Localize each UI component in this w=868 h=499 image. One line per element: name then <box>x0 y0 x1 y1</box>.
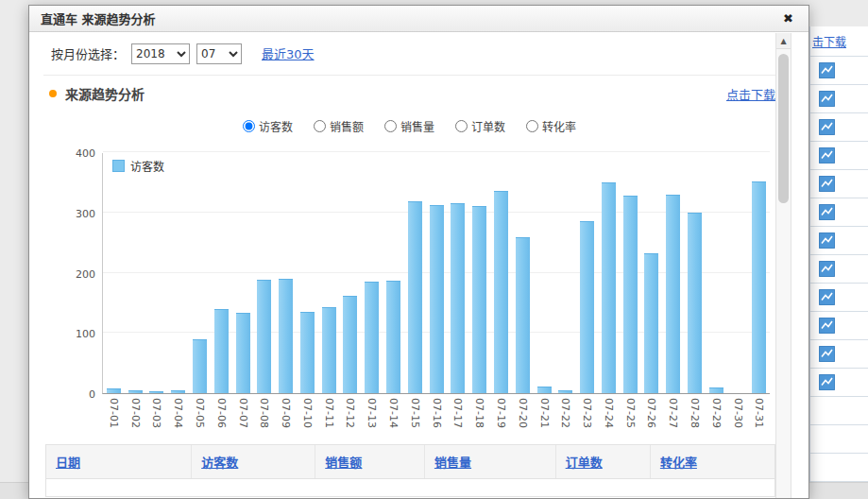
bar-07-10[interactable] <box>300 312 315 393</box>
chart-legend: 访客数 <box>112 158 164 174</box>
line-chart-icon[interactable] <box>819 346 835 362</box>
recent-30-days-link[interactable]: 最近30天 <box>262 44 315 62</box>
bar-07-20[interactable] <box>516 237 530 393</box>
line-chart-icon[interactable] <box>819 176 835 192</box>
line-chart-icon[interactable] <box>819 289 835 305</box>
table-header-row: 日期访客数销售额销售量订单数转化率 <box>46 445 774 479</box>
line-chart-icon[interactable] <box>819 91 835 107</box>
bar-07-21[interactable] <box>537 387 552 393</box>
bar-07-29[interactable] <box>709 387 723 393</box>
bar-slot: 07-08 <box>253 153 275 393</box>
metric-radio-label: 订单数 <box>471 118 505 134</box>
line-chart-icon[interactable] <box>819 232 835 249</box>
bar-07-09[interactable] <box>279 279 293 393</box>
bar-07-28[interactable] <box>688 213 702 393</box>
bar-07-19[interactable] <box>494 191 508 393</box>
background-table-row <box>810 425 868 454</box>
bar-07-05[interactable] <box>193 339 207 393</box>
x-axis-label: 07-05 <box>194 398 206 428</box>
bar-07-17[interactable] <box>451 203 465 393</box>
scrollbar-thumb[interactable] <box>778 54 789 203</box>
bar-07-26[interactable] <box>644 253 658 393</box>
table-header-3[interactable]: 销售量 <box>425 445 556 478</box>
metric-radio-0[interactable]: 访客数 <box>243 118 293 134</box>
table-header-2[interactable]: 销售额 <box>315 445 425 478</box>
table-header-5[interactable]: 转化率 <box>651 445 774 478</box>
bar-07-23[interactable] <box>580 221 594 393</box>
bar-07-06[interactable] <box>214 309 229 393</box>
bar-slot: 07-30 <box>727 153 749 393</box>
table-header-link[interactable]: 销售量 <box>434 456 471 470</box>
year-select[interactable]: 2018 <box>131 43 190 64</box>
bar-07-13[interactable] <box>365 282 379 393</box>
month-select[interactable]: 07 <box>196 43 242 64</box>
metric-radio-4[interactable]: 转化率 <box>526 118 576 134</box>
bar-07-24[interactable] <box>602 182 616 393</box>
x-axis-label: 07-15 <box>409 398 421 428</box>
bar-07-02[interactable] <box>128 390 143 393</box>
table-header-link[interactable]: 销售额 <box>325 456 362 470</box>
line-chart-icon[interactable] <box>819 62 835 78</box>
section-title: 来源趋势分析 <box>65 84 145 103</box>
bar-07-08[interactable] <box>257 280 271 393</box>
bar-07-31[interactable] <box>752 181 766 393</box>
bar-slot: 07-13 <box>361 153 383 393</box>
modal-titlebar: 直通车 来源趋势分析 ✖ <box>29 6 808 32</box>
line-chart-icon[interactable] <box>819 147 835 163</box>
metric-radio-input-1[interactable] <box>314 120 326 132</box>
bar-07-25[interactable] <box>623 196 638 393</box>
download-link[interactable]: 点击下载 <box>726 85 775 103</box>
background-download-link[interactable]: 击下载 <box>812 33 846 49</box>
trend-data-table: 日期访客数销售额销售量订单数转化率 <box>45 444 775 497</box>
metric-radio-2[interactable]: 销售量 <box>384 118 434 134</box>
modal-scrollbar[interactable]: ▲ <box>775 33 791 498</box>
modal-body: 按月份选择： 2018 07 最近30天 来源趋势分析 点击下载 访客数销售额销… <box>29 32 808 497</box>
bar-07-27[interactable] <box>666 195 680 393</box>
bar-07-04[interactable] <box>171 390 185 393</box>
x-axis-label: 07-28 <box>689 398 701 428</box>
bar-07-11[interactable] <box>322 307 336 393</box>
metric-radio-input-4[interactable] <box>526 120 538 132</box>
bar-07-01[interactable] <box>107 388 121 393</box>
metric-radio-label: 转化率 <box>542 118 576 134</box>
table-header-1[interactable]: 访客数 <box>192 445 315 478</box>
bar-07-07[interactable] <box>236 313 250 393</box>
trend-analysis-modal: 直通车 来源趋势分析 ✖ 按月份选择： 2018 07 最近30天 来源趋势分析… <box>28 5 809 499</box>
close-icon[interactable]: ✖ <box>783 12 793 25</box>
background-table-row <box>810 227 868 255</box>
table-header-link[interactable]: 订单数 <box>566 456 603 470</box>
line-chart-icon[interactable] <box>819 261 835 277</box>
bar-07-18[interactable] <box>472 206 486 393</box>
bar-07-22[interactable] <box>558 390 572 393</box>
y-axis: 0100200300400 <box>70 153 102 394</box>
bar-07-12[interactable] <box>343 296 357 393</box>
bar-07-14[interactable] <box>386 281 400 393</box>
bar-slot: 07-16 <box>426 153 448 393</box>
line-chart-icon[interactable] <box>819 318 835 334</box>
bar-slot: 07-07 <box>232 153 254 393</box>
x-axis-label: 07-18 <box>473 398 485 428</box>
scroll-up-button[interactable]: ▲ <box>776 33 791 49</box>
line-chart-icon[interactable] <box>819 374 835 390</box>
background-table-row <box>810 85 868 113</box>
table-header-4[interactable]: 订单数 <box>556 445 651 478</box>
bar-07-03[interactable] <box>149 391 163 393</box>
table-header-link[interactable]: 日期 <box>56 456 80 470</box>
bar-slot: 07-24 <box>598 153 620 393</box>
metric-radio-input-0[interactable] <box>243 120 255 132</box>
metric-radio-input-3[interactable] <box>455 120 468 132</box>
x-axis-label: 07-30 <box>732 398 744 428</box>
table-header-link[interactable]: 访客数 <box>201 456 238 470</box>
bar-07-15[interactable] <box>408 201 422 393</box>
metric-radio-3[interactable]: 订单数 <box>455 118 505 134</box>
table-header-0[interactable]: 日期 <box>46 445 192 478</box>
metric-radio-1[interactable]: 销售额 <box>314 118 364 134</box>
month-filter-label: 按月份选择： <box>51 44 125 62</box>
metric-radio-input-2[interactable] <box>384 120 397 132</box>
table-header-link[interactable]: 转化率 <box>660 456 697 470</box>
line-chart-icon[interactable] <box>819 204 835 220</box>
bar-slot: 07-23 <box>576 153 598 393</box>
bar-07-16[interactable] <box>430 205 444 393</box>
month-filter-row: 按月份选择： 2018 07 最近30天 <box>43 32 775 76</box>
line-chart-icon[interactable] <box>819 119 835 135</box>
